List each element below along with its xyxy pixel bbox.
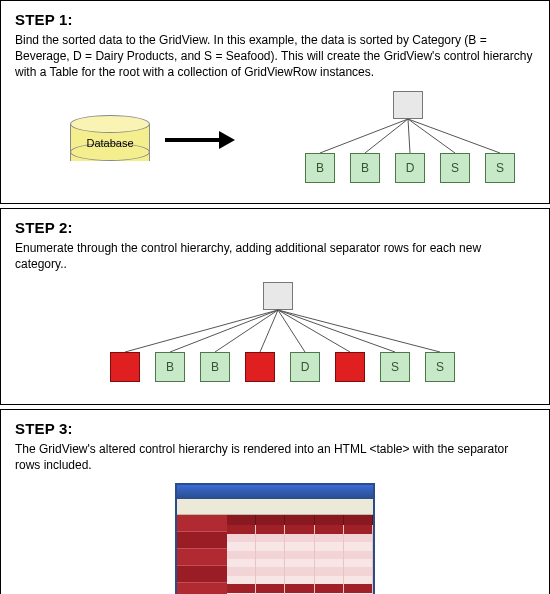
svg-line-1 bbox=[365, 119, 408, 153]
step-3-title: STEP 3: bbox=[15, 420, 535, 437]
row-box: B bbox=[200, 352, 230, 382]
step-2-text: Enumerate through the control hierarchy,… bbox=[15, 240, 535, 272]
svg-line-9 bbox=[278, 310, 305, 352]
browser-window-preview bbox=[175, 483, 375, 594]
table-row bbox=[227, 534, 373, 542]
row-box: S bbox=[440, 153, 470, 183]
row-box: S bbox=[425, 352, 455, 382]
svg-line-6 bbox=[170, 310, 278, 352]
step-2-panel: STEP 2: Enumerate through the control hi… bbox=[0, 208, 550, 405]
step-1-panel: STEP 1: Bind the sorted data to the Grid… bbox=[0, 0, 550, 204]
table-row bbox=[227, 576, 373, 584]
step-1-text: Bind the sorted data to the GridView. In… bbox=[15, 32, 535, 81]
svg-line-10 bbox=[278, 310, 350, 352]
row-box: B bbox=[305, 153, 335, 183]
svg-line-2 bbox=[408, 119, 410, 153]
table-row bbox=[227, 551, 373, 559]
window-titlebar bbox=[177, 485, 373, 499]
row-box: B bbox=[350, 153, 380, 183]
svg-line-7 bbox=[215, 310, 278, 352]
window-toolbar bbox=[177, 499, 373, 515]
database-label: Database bbox=[70, 137, 150, 149]
row-box: B bbox=[155, 352, 185, 382]
svg-line-0 bbox=[320, 119, 408, 153]
svg-line-4 bbox=[408, 119, 500, 153]
table-row bbox=[227, 567, 373, 575]
step-1-diagram: Database B B D S S bbox=[15, 91, 535, 191]
tree-root bbox=[393, 91, 423, 119]
table-row bbox=[227, 525, 373, 533]
database-icon: Database bbox=[70, 115, 150, 161]
separator-box bbox=[245, 352, 275, 382]
step-3-preview-wrap bbox=[15, 483, 535, 594]
row-box: S bbox=[380, 352, 410, 382]
svg-line-3 bbox=[408, 119, 455, 153]
svg-line-8 bbox=[260, 310, 278, 352]
table-header bbox=[227, 515, 373, 525]
step-3-text: The GridView's altered control hierarchy… bbox=[15, 441, 535, 473]
sidebar-preview bbox=[177, 515, 227, 594]
step-2-diagram: B B D S S bbox=[15, 282, 535, 392]
tree-root bbox=[263, 282, 293, 310]
svg-line-5 bbox=[125, 310, 278, 352]
step-2-title: STEP 2: bbox=[15, 219, 535, 236]
table-row bbox=[227, 584, 373, 592]
table-preview bbox=[227, 515, 373, 594]
row-box: S bbox=[485, 153, 515, 183]
svg-line-12 bbox=[278, 310, 440, 352]
step-3-panel: STEP 3: The GridView's altered control h… bbox=[0, 409, 550, 594]
row-box: D bbox=[290, 352, 320, 382]
svg-line-11 bbox=[278, 310, 395, 352]
step-1-title: STEP 1: bbox=[15, 11, 535, 28]
row-box: D bbox=[395, 153, 425, 183]
table-row bbox=[227, 542, 373, 550]
separator-box bbox=[110, 352, 140, 382]
table-row bbox=[227, 559, 373, 567]
arrow-icon bbox=[165, 131, 235, 149]
separator-box bbox=[335, 352, 365, 382]
